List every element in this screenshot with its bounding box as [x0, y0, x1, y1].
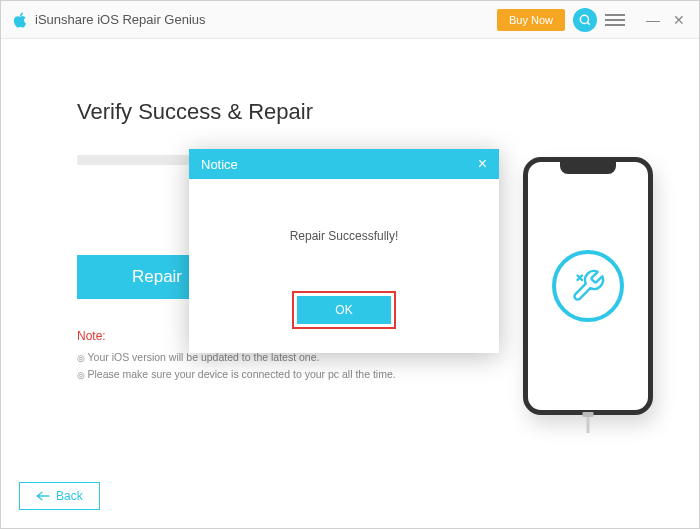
back-label: Back	[56, 489, 83, 503]
tools-icon	[552, 250, 624, 322]
ok-button[interactable]: OK	[297, 296, 391, 324]
close-window-button[interactable]: ✕	[669, 10, 689, 30]
modal-close-icon[interactable]: ×	[478, 156, 487, 172]
svg-point-0	[580, 15, 588, 23]
phone-cable	[587, 415, 590, 433]
phone-illustration	[523, 157, 653, 415]
page-title: Verify Success & Repair	[77, 99, 649, 125]
titlebar: iSunshare iOS Repair Genius Buy Now — ✕	[1, 1, 699, 39]
modal-header: Notice ×	[189, 149, 499, 179]
phone-notch	[560, 162, 616, 174]
app-window: iSunshare iOS Repair Genius Buy Now — ✕ …	[0, 0, 700, 529]
modal-message: Repair Successfully!	[209, 229, 479, 243]
modal-body: Repair Successfully! OK	[189, 179, 499, 353]
help-icon[interactable]	[573, 8, 597, 32]
app-title: iSunshare iOS Repair Genius	[35, 12, 497, 27]
back-arrow-icon	[36, 491, 50, 501]
minimize-button[interactable]: —	[643, 10, 663, 30]
phone-frame	[523, 157, 653, 415]
apple-logo-icon	[11, 11, 29, 29]
notice-modal: Notice × Repair Successfully! OK	[189, 149, 499, 353]
footer: Back	[19, 482, 100, 510]
modal-title: Notice	[201, 157, 238, 172]
menu-icon[interactable]	[605, 10, 625, 30]
buy-now-button[interactable]: Buy Now	[497, 9, 565, 31]
ok-highlight-border: OK	[292, 291, 396, 329]
svg-line-1	[587, 22, 589, 24]
back-button[interactable]: Back	[19, 482, 100, 510]
